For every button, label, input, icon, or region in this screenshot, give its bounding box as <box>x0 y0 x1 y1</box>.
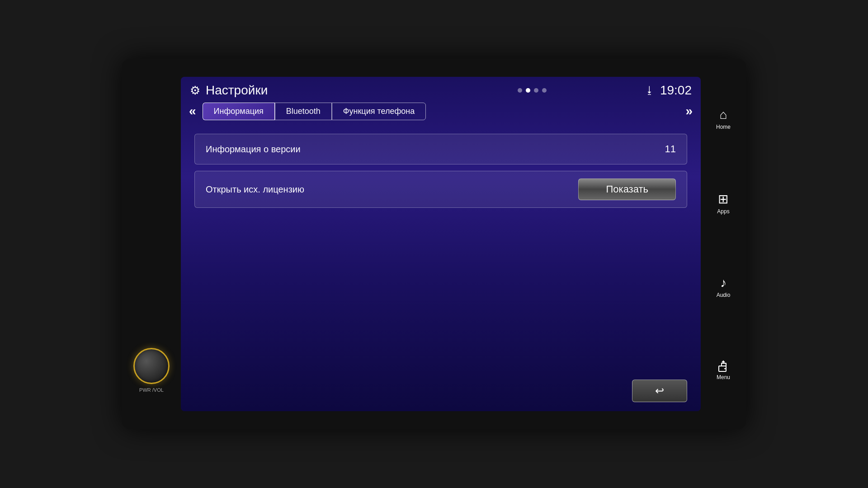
bluetooth-icon: ⭳ <box>645 84 655 96</box>
settings-icon: ⚙ <box>190 84 200 98</box>
main-screen: ⚙ Настройки ⭳ 19:02 « Информация Bluetoo… <box>181 77 701 411</box>
sidebar-item-audio[interactable]: ♪ Audio <box>717 276 731 298</box>
right-sidebar: ⌂ Home ⊞ Apps ♪ Audio Menu <box>701 59 746 429</box>
page-title: Настройки <box>206 83 420 98</box>
back-icon: ↩ <box>655 385 664 397</box>
page-dot-3 <box>534 88 538 93</box>
knob-label: PWR /VOL <box>139 387 164 393</box>
version-info-value: 11 <box>665 143 676 155</box>
menu-label: Menu <box>717 374 730 380</box>
menu-icon <box>717 360 730 372</box>
page-indicators <box>425 88 639 93</box>
version-info-row: Информация о версии 11 <box>194 134 687 164</box>
header-right: ⭳ 19:02 <box>645 83 692 98</box>
tab-bar: « Информация Bluetooth Функция телефона … <box>181 102 701 120</box>
audio-label: Audio <box>717 292 731 298</box>
license-label: Открыть исх. лицензию <box>206 184 578 195</box>
back-button[interactable]: ↩ <box>632 380 687 402</box>
sidebar-item-home[interactable]: ⌂ Home <box>716 108 731 130</box>
home-icon: ⌂ <box>720 108 727 122</box>
car-head-unit: PWR /VOL ⚙ Настройки ⭳ 19:02 « Информаци… <box>122 59 746 429</box>
apps-label: Apps <box>717 208 729 215</box>
content-area: Информация о версии 11 Открыть исх. лице… <box>181 125 701 375</box>
knob-area: PWR /VOL <box>122 59 181 429</box>
power-volume-knob[interactable] <box>133 348 170 384</box>
page-dot-1 <box>518 88 522 93</box>
clock-display: 19:02 <box>660 83 692 98</box>
show-license-button[interactable]: Показать <box>578 178 676 200</box>
prev-arrow[interactable]: « <box>185 102 200 120</box>
tabs-container: Информация Bluetooth Функция телефона <box>203 103 679 120</box>
bottom-bar: ↩ <box>181 375 701 411</box>
tab-phone-function[interactable]: Функция телефона <box>332 103 426 120</box>
audio-icon: ♪ <box>720 276 726 290</box>
next-arrow[interactable]: » <box>682 102 696 120</box>
page-dot-2 <box>526 88 530 93</box>
home-label: Home <box>716 124 731 130</box>
page-dot-4 <box>542 88 547 93</box>
sidebar-item-menu[interactable]: Menu <box>717 360 730 380</box>
sidebar-item-apps[interactable]: ⊞ Apps <box>717 192 729 215</box>
apps-icon: ⊞ <box>718 192 728 206</box>
license-row: Открыть исх. лицензию Показать <box>194 171 687 208</box>
header: ⚙ Настройки ⭳ 19:02 <box>181 77 701 102</box>
version-info-label: Информация о версии <box>206 144 665 155</box>
tab-bluetooth[interactable]: Bluetooth <box>275 103 332 120</box>
tab-information[interactable]: Информация <box>203 103 275 120</box>
